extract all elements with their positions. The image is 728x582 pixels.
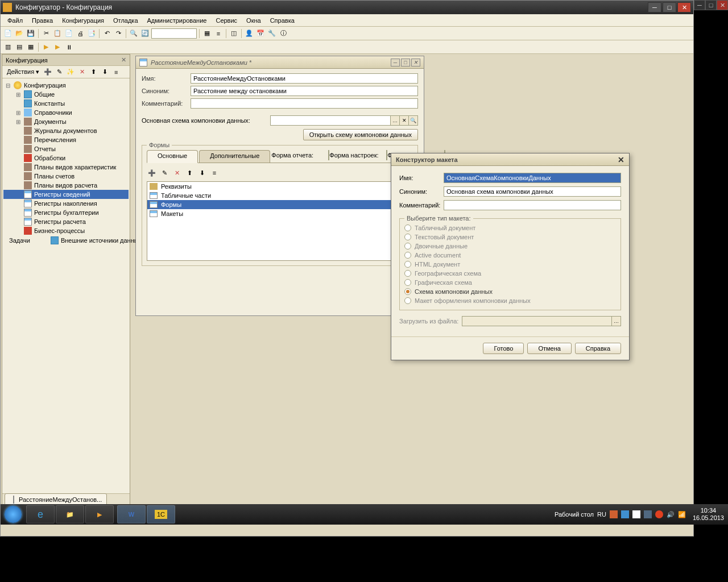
- scheme-field[interactable]: …✕🔍: [270, 115, 418, 126]
- play2-icon[interactable]: ▶: [52, 42, 63, 52]
- mdi-min[interactable]: ─: [391, 59, 400, 66]
- tree3-icon[interactable]: ▦: [26, 42, 36, 52]
- compare-icon[interactable]: 📑: [86, 28, 97, 39]
- radio-type-3[interactable]: Active document: [404, 251, 616, 260]
- open-icon[interactable]: 📂: [14, 28, 24, 39]
- ready-button[interactable]: Готово: [483, 343, 524, 354]
- clear-icon[interactable]: ✕: [399, 116, 408, 125]
- up-icon[interactable]: ⬆: [88, 67, 98, 77]
- user-icon[interactable]: 👤: [244, 28, 254, 39]
- tray-alert-icon[interactable]: [655, 510, 663, 518]
- cancel-button[interactable]: Отмена: [527, 343, 571, 354]
- lookup-icon[interactable]: 🔍: [408, 116, 417, 125]
- os-maximize[interactable]: □: [705, 0, 717, 10]
- tree-accreg[interactable]: Регистры бухгалтерии: [3, 208, 129, 217]
- task-1c[interactable]: 1C: [147, 505, 175, 523]
- undo-icon[interactable]: ↶: [102, 28, 112, 39]
- task-explorer[interactable]: 📁: [56, 505, 84, 523]
- tree-common[interactable]: ⊞Общие: [3, 90, 129, 99]
- search-input[interactable]: [151, 28, 197, 39]
- list-up-icon[interactable]: ⬆: [184, 168, 195, 178]
- tool-icon[interactable]: 🔧: [267, 28, 277, 39]
- redo-icon[interactable]: ↷: [113, 28, 123, 39]
- help-button[interactable]: Справка: [575, 343, 621, 354]
- dlg-name-input[interactable]: [444, 173, 621, 183]
- panel-close-icon[interactable]: ✕: [121, 56, 126, 64]
- tray-network-icon[interactable]: 📶: [678, 511, 686, 518]
- list-req[interactable]: Реквизиты: [147, 182, 412, 191]
- menu-debug[interactable]: Отладка: [109, 15, 142, 26]
- calendar-icon[interactable]: 📅: [255, 28, 266, 39]
- tab-main[interactable]: Основные: [147, 150, 198, 163]
- db-icon[interactable]: ◫: [229, 28, 239, 39]
- radio-type-5[interactable]: Географическая схема: [404, 269, 616, 278]
- menu-admin[interactable]: Администрирование: [143, 15, 212, 26]
- wand-icon[interactable]: ✨: [65, 67, 76, 77]
- actions-menu[interactable]: Действия ▾: [5, 67, 42, 77]
- browse-icon[interactable]: …: [611, 317, 621, 326]
- menu-service[interactable]: Сервис: [211, 15, 242, 26]
- tree-calcreg[interactable]: Регистры расчета: [3, 217, 129, 226]
- tree-catalogs[interactable]: ⊞Справочники: [3, 108, 129, 117]
- tree-charplans[interactable]: Планы видов характеристик: [3, 163, 129, 172]
- down-icon[interactable]: ⬇: [100, 67, 110, 77]
- radio-type-1[interactable]: Текстовый документ: [404, 232, 616, 242]
- tray-lang[interactable]: RU: [597, 511, 606, 518]
- menu-windows[interactable]: Окна: [242, 15, 266, 26]
- tray-flag-icon[interactable]: [632, 510, 640, 518]
- maximize-button[interactable]: □: [663, 2, 676, 13]
- synonym-input[interactable]: [191, 86, 418, 96]
- delete-icon[interactable]: ✕: [77, 67, 87, 77]
- edit-icon[interactable]: ✎: [54, 67, 64, 77]
- tree-calcplans[interactable]: Планы видов расчета: [3, 181, 129, 190]
- tree2-icon[interactable]: ▤: [14, 42, 24, 52]
- new-icon[interactable]: 📄: [3, 28, 13, 39]
- list-down-icon[interactable]: ⬇: [197, 168, 207, 178]
- dlg-syn-input[interactable]: [444, 186, 621, 197]
- open-scheme-button[interactable]: Открыть схему компоновки данных: [303, 129, 418, 140]
- tray-desktop[interactable]: Рабочий стол: [555, 511, 594, 518]
- task-media[interactable]: ▶: [85, 505, 114, 523]
- tray-icon-3[interactable]: [644, 510, 652, 518]
- radio-type-4[interactable]: HTML документ: [404, 260, 616, 269]
- tree-tasks[interactable]: Задачи Внешние источники данных: [3, 235, 129, 246]
- os-minimize[interactable]: ─: [694, 0, 705, 10]
- task-ie[interactable]: e: [26, 505, 55, 523]
- tree-accounts[interactable]: Планы счетов: [3, 172, 129, 181]
- play-icon[interactable]: ▶: [41, 42, 51, 52]
- tree-extdata[interactable]: Внешние источники данных: [30, 236, 143, 245]
- tree-processing[interactable]: Обработки: [3, 153, 129, 163]
- menu-file[interactable]: Файл: [3, 15, 27, 26]
- dialog-close-icon[interactable]: ✕: [618, 155, 624, 164]
- paste-icon[interactable]: 📄: [64, 28, 74, 39]
- tray-volume-icon[interactable]: 🔊: [667, 511, 675, 518]
- tree-journals[interactable]: Журналы документов: [3, 126, 129, 135]
- cut-icon[interactable]: ✂: [41, 28, 51, 39]
- tree-inforeg[interactable]: Регистры сведений: [3, 190, 129, 199]
- list-add-icon[interactable]: ➕: [147, 168, 157, 178]
- dots-icon[interactable]: …: [390, 116, 399, 125]
- menu-config[interactable]: Конфигурация: [57, 15, 109, 26]
- comment-input[interactable]: [191, 98, 418, 109]
- copy-icon[interactable]: 📋: [52, 28, 63, 39]
- tree-documents[interactable]: ⊞Документы: [3, 117, 129, 126]
- mdi-max[interactable]: □: [401, 59, 410, 66]
- tree-root[interactable]: ⊟Конфигурация: [3, 81, 129, 90]
- minimize-button[interactable]: ─: [648, 2, 661, 13]
- dlg-comment-input[interactable]: [444, 200, 621, 210]
- list-forms[interactable]: Формы: [147, 200, 412, 209]
- list-del-icon[interactable]: ✕: [172, 168, 182, 178]
- radio-type-7[interactable]: Схема компоновки данных: [404, 287, 616, 296]
- tab-extra[interactable]: Дополнительные: [199, 150, 270, 163]
- sort-icon[interactable]: ≡: [111, 67, 121, 77]
- find-icon[interactable]: 🔍: [129, 28, 139, 39]
- tree-reports[interactable]: Отчеты: [3, 144, 129, 153]
- radio-type-2[interactable]: Двоичные данные: [404, 242, 616, 251]
- tree-constants[interactable]: Константы: [3, 99, 129, 108]
- radio-type-6[interactable]: Графическая схема: [404, 278, 616, 287]
- list-sort-icon[interactable]: ≡: [209, 168, 220, 178]
- name-input[interactable]: [191, 73, 418, 84]
- menu-edit[interactable]: Правка: [27, 15, 57, 26]
- print-icon[interactable]: 🖨: [75, 28, 85, 39]
- list-tparts[interactable]: Табличные части: [147, 191, 412, 200]
